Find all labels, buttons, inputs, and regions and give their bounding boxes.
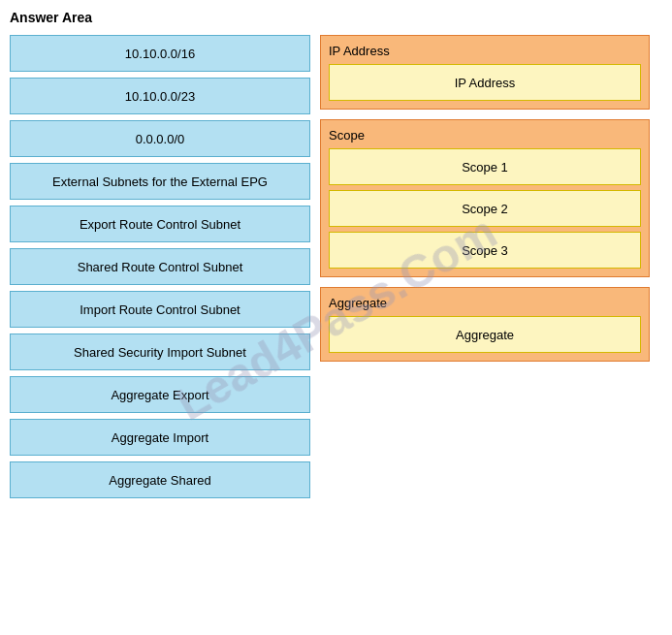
main-container: 10.10.0.0/1610.10.0.0/230.0.0.0/0Externa… [10, 35, 662, 498]
answer-area-title: Answer Area [10, 10, 662, 25]
left-column: 10.10.0.0/1610.10.0.0/230.0.0.0/0Externa… [10, 35, 310, 498]
scope-item-1[interactable]: Scope 1 [329, 148, 641, 185]
item-5[interactable]: Export Route Control Subnet [10, 206, 310, 242]
scope-item-3[interactable]: Scope 3 [329, 232, 641, 269]
item-3[interactable]: 0.0.0.0/0 [10, 120, 310, 157]
item-6[interactable]: Shared Route Control Subnet [10, 248, 310, 285]
section-ip-address-title: IP Address [329, 44, 641, 58]
section-aggregate-title: Aggregate [329, 296, 641, 310]
item-11[interactable]: Aggregate Shared [10, 461, 310, 498]
item-1[interactable]: 10.10.0.0/16 [10, 35, 310, 72]
aggregate-item-1[interactable]: Aggregate [329, 316, 641, 353]
right-column: IP AddressIP AddressScopeScope 1Scope 2S… [320, 35, 650, 362]
item-4[interactable]: External Subnets for the External EPG [10, 163, 310, 200]
section-scope: ScopeScope 1Scope 2Scope 3 [320, 119, 650, 277]
item-2[interactable]: 10.10.0.0/23 [10, 78, 310, 114]
ip-item-1[interactable]: IP Address [329, 64, 641, 101]
section-ip-address: IP AddressIP Address [320, 35, 650, 110]
scope-item-2[interactable]: Scope 2 [329, 190, 641, 227]
item-7[interactable]: Import Route Control Subnet [10, 291, 310, 328]
item-10[interactable]: Aggregate Import [10, 419, 310, 456]
section-aggregate: AggregateAggregate [320, 287, 650, 362]
item-9[interactable]: Aggregate Export [10, 376, 310, 413]
section-scope-title: Scope [329, 128, 641, 143]
item-8[interactable]: Shared Security Import Subnet [10, 333, 310, 370]
